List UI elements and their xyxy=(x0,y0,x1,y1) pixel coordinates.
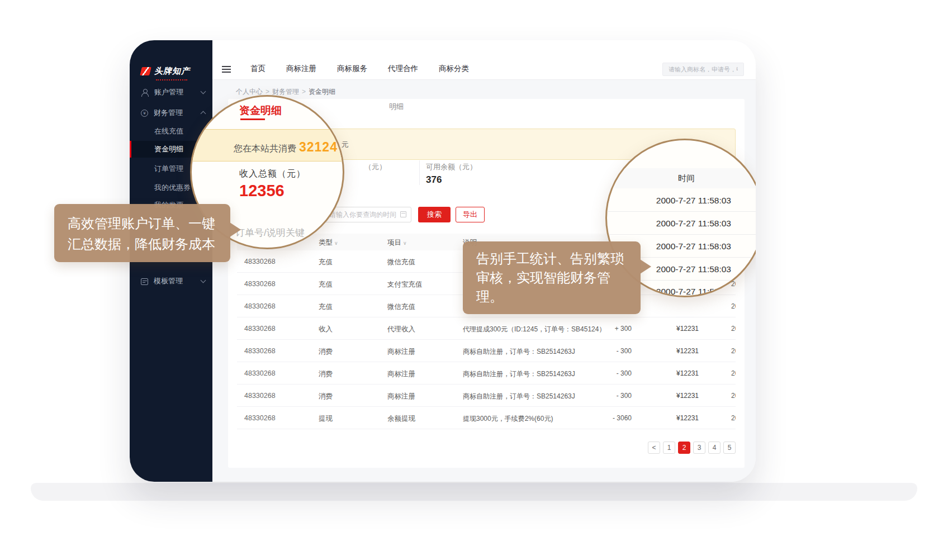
cell-type: 消费 xyxy=(319,347,363,357)
cell-balance: ¥12231 xyxy=(655,325,699,333)
cell-amount: - 3060 xyxy=(588,414,632,422)
user-icon xyxy=(141,88,149,96)
chevron-down-icon xyxy=(201,89,206,94)
cell-time: 2000-7-27 11:58:03 xyxy=(731,369,736,377)
sidebar-item-label: 财务管理 xyxy=(154,108,183,118)
cell-project: 商标注册 xyxy=(387,347,454,357)
search-button[interactable]: 搜索 xyxy=(418,207,451,222)
cell-type: 消费 xyxy=(319,369,363,379)
sidebar-item-finance[interactable]: ¥ 财务管理 xyxy=(130,105,212,121)
pagination-page-4[interactable]: 4 xyxy=(708,442,721,454)
laptop-base xyxy=(31,483,917,501)
callout-left-line1: 高效管理账户订单、一键 xyxy=(68,213,217,234)
nav-home[interactable]: 首页 xyxy=(250,64,266,74)
tab-remnant-label[interactable]: 明细 xyxy=(389,102,404,112)
callout-left-line2: 汇总数据，降低财务成本 xyxy=(68,234,217,254)
hamburger-menu-icon[interactable] xyxy=(222,66,231,73)
cell-project: 微信充值 xyxy=(387,302,454,312)
magnified-order-filter-placeholder: 订单号/说明关键 xyxy=(235,226,305,239)
cell-amount: - 300 xyxy=(588,392,632,400)
column-header-project[interactable]: 项目∨ xyxy=(387,238,407,248)
magnified-income-value: 12356 xyxy=(239,182,285,200)
callout-right: 告别手工统计、告别繁琐 审核，实现智能财务管 理。 xyxy=(463,241,641,314)
callout-right-line3: 理。 xyxy=(476,287,627,306)
sidebar-item-account[interactable]: 账户管理 xyxy=(130,84,212,101)
cell-type: 消费 xyxy=(319,392,363,401)
cell-project: 微信充值 xyxy=(387,258,454,267)
cell-type: 充值 xyxy=(319,258,363,267)
sort-caret-icon: ∨ xyxy=(334,240,338,246)
cell-time: 2000-7-27 11:58:03 xyxy=(731,414,736,422)
cell-type: 充值 xyxy=(319,302,363,312)
cell-order: 48330268 xyxy=(244,347,300,355)
sort-caret-icon: ∨ xyxy=(403,240,407,246)
chevron-up-icon xyxy=(201,111,206,117)
nav-trademark-service[interactable]: 商标服务 xyxy=(337,64,367,74)
breadcrumb-item[interactable]: 财务管理 xyxy=(272,88,299,96)
date-query-input[interactable] xyxy=(323,207,411,222)
template-icon xyxy=(141,278,148,285)
nav-agent-cooperation[interactable]: 代理合作 xyxy=(388,64,418,74)
callout-arrow-right-icon xyxy=(230,222,241,237)
trademark-search-input[interactable] xyxy=(662,63,744,76)
cell-amount: + 300 xyxy=(588,325,632,333)
cell-project: 余额提现 xyxy=(387,414,454,424)
chevron-down-icon xyxy=(201,278,206,283)
nav-links: 首页 商标注册 商标服务 代理合作 商标分类 xyxy=(250,64,469,74)
breadcrumb: 个人中心>财务管理>资金明细 xyxy=(236,87,335,97)
magnified-time-column-header: 时间 xyxy=(607,168,756,188)
cell-order: 48330268 xyxy=(244,369,300,377)
cell-amount: - 300 xyxy=(588,347,632,355)
cell-order: 48330268 xyxy=(244,302,300,310)
magnified-banner-amount: 32124 xyxy=(299,140,338,154)
breadcrumb-item[interactable]: 个人中心 xyxy=(236,88,263,96)
cell-type: 收入 xyxy=(319,325,363,334)
table-row: 48330268 消费 商标注册 商标自助注册，订单号：SB2514263J -… xyxy=(237,340,736,362)
cell-balance: ¥12231 xyxy=(655,347,699,355)
cell-time: 2000-7-27 11:58:03 xyxy=(731,347,736,355)
cell-type: 充值 xyxy=(319,280,363,290)
magnified-time-value: 2000-7-27 11:58:03 xyxy=(608,196,731,206)
pagination-page-3[interactable]: 3 xyxy=(693,442,705,454)
cell-time: 2000-7-27 11:58:03 xyxy=(731,302,736,310)
pagination-page-5[interactable]: 5 xyxy=(723,442,736,454)
callout-arrow-right-icon xyxy=(640,259,651,274)
brand-flag-icon xyxy=(140,67,151,75)
cell-balance: ¥12231 xyxy=(655,392,699,400)
cell-time: 2000-7-27 11:58:03 xyxy=(731,325,736,333)
sidebar-sub-label: 在线充值 xyxy=(154,126,183,136)
top-navbar: 首页 商标注册 商标服务 代理合作 商标分类 xyxy=(212,40,756,80)
stat-divider xyxy=(419,160,420,185)
magnified-banner-text: 您在本站共消费32124元 xyxy=(234,140,344,155)
breadcrumb-item-current: 资金明细 xyxy=(309,88,335,96)
callout-left: 高效管理账户订单、一键 汇总数据，降低财务成本 xyxy=(54,204,230,262)
export-button[interactable]: 导出 xyxy=(456,207,485,222)
table-row: 48330268 消费 商标注册 商标自助注册，订单号：SB2514263J -… xyxy=(237,385,736,407)
cell-order: 48330268 xyxy=(244,280,300,288)
pagination-prev-button[interactable]: < xyxy=(648,442,660,454)
banner-remnant-unit: 元 xyxy=(342,140,349,149)
nav-trademark-register[interactable]: 商标注册 xyxy=(286,64,316,74)
pagination-page-2-active[interactable]: 2 xyxy=(678,442,690,454)
cell-project: 支付宝充值 xyxy=(387,280,454,290)
column-header-type[interactable]: 类型∨ xyxy=(319,238,338,248)
sidebar-sub-label: 订单管理 xyxy=(154,164,183,174)
sidebar-item-template[interactable]: 模板管理 xyxy=(130,273,212,290)
cell-balance: ¥12231 xyxy=(655,414,699,422)
available-balance-value: 376 xyxy=(426,174,442,186)
cell-order: 48330268 xyxy=(244,258,300,265)
finance-icon: ¥ xyxy=(141,110,148,117)
nav-trademark-category[interactable]: 商标分类 xyxy=(439,64,469,74)
pagination-page-1[interactable]: 1 xyxy=(663,442,675,454)
cell-project: 代理收入 xyxy=(387,325,454,334)
cell-order: 48330268 xyxy=(244,414,300,422)
stat-mid-label-remnant: （元） xyxy=(364,162,386,172)
cell-time: 2000-7-27 11:58:03 xyxy=(731,392,736,400)
sidebar-item-label: 模板管理 xyxy=(154,276,183,286)
cell-order: 48330268 xyxy=(244,392,300,400)
callout-right-line2: 审核，实现智能财务管 xyxy=(476,268,627,287)
row-divider xyxy=(607,211,756,212)
cell-project: 商标注册 xyxy=(387,392,454,401)
magnified-active-tab: 资金明细 xyxy=(239,103,282,118)
magnified-income-label: 收入总额（元） xyxy=(239,168,306,180)
